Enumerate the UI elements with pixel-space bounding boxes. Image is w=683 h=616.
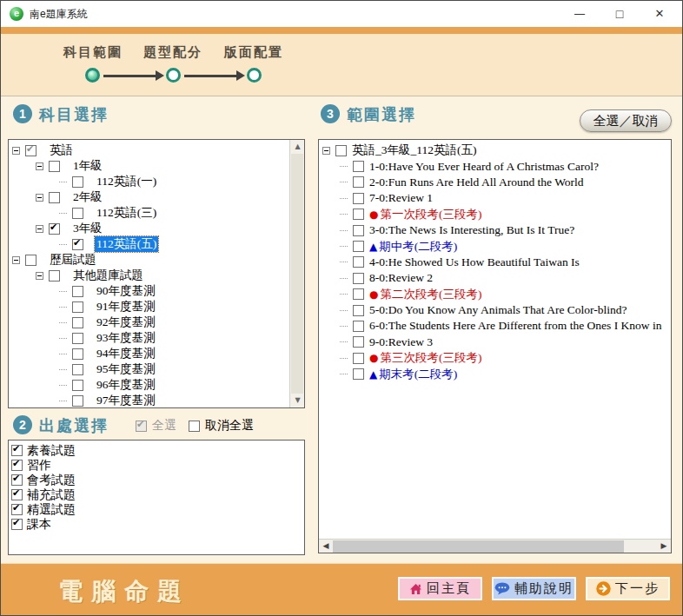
tree-item[interactable]: 96年度基測 [9,377,289,393]
checkbox[interactable] [49,192,60,203]
tree-item[interactable]: 112英語(一) [9,174,289,189]
collapse-icon[interactable] [322,147,330,155]
help-button[interactable]: 輔助說明 [492,577,576,600]
tree-item[interactable]: 3年級 [9,221,289,236]
tree-item[interactable]: 91年度基測 [9,299,289,315]
checkbox[interactable] [353,225,364,236]
checkbox[interactable] [11,460,23,471]
checkbox[interactable] [353,353,364,364]
list-item[interactable]: 習作 [11,458,304,473]
scroll-up-icon[interactable] [290,140,305,154]
tree-item[interactable]: 4-0:He Showed Us How Beautiful Taiwan Is [319,255,671,270]
checkbox[interactable] [72,286,83,297]
tree-item[interactable]: 1年級 [9,158,289,174]
checkbox[interactable] [353,368,364,380]
checkbox[interactable] [72,395,83,407]
checkbox[interactable] [11,504,23,515]
collapse-icon[interactable] [36,272,43,280]
tree-item[interactable]: 9-0:Review 3 [319,334,671,350]
tree-item[interactable]: 3-0:The News Is Interesting, But Is It T… [319,222,671,238]
list-item[interactable]: 課本 [11,517,304,532]
tree-item[interactable]: 1-0:Have You Ever Heard of A Christmas C… [319,158,671,174]
scroll-left-icon[interactable] [319,540,333,553]
tree-item[interactable]: ●第一次段考(三段考) [319,207,671,222]
checkbox[interactable] [11,474,23,486]
list-item[interactable]: 精選試題 [11,502,304,517]
toggle-all-button[interactable]: 全選／取消 [580,109,672,132]
list-item[interactable]: 補充試題 [11,487,304,502]
tree-item[interactable]: ●第三次段考(三段考) [319,350,671,366]
checkbox[interactable] [49,161,60,172]
tree-item[interactable]: 112英語(五) [9,236,289,252]
scrollbar-thumb[interactable] [291,154,303,394]
tree-item[interactable]: 歷屆試題 [9,252,289,268]
tree-item[interactable]: 93年度基測 [9,330,289,346]
checkbox[interactable] [49,270,60,282]
tree-item[interactable]: 英語_3年級_112英語(五) [319,142,671,158]
checkbox[interactable] [11,519,23,530]
checkbox[interactable] [72,333,83,344]
checkbox[interactable] [49,223,60,235]
vertical-scrollbar[interactable] [289,140,304,407]
scroll-right-icon[interactable] [657,540,671,553]
next-step-button[interactable]: 下一步 [586,577,670,600]
checkbox[interactable] [25,145,36,156]
checkbox[interactable] [72,208,83,219]
checkbox[interactable] [11,445,23,456]
tree-item[interactable]: 94年度基測 [9,346,289,361]
deselect-all-checkbox[interactable]: 取消全選 [189,418,254,434]
checkbox[interactable] [353,305,364,316]
checkbox[interactable] [72,364,83,375]
checkbox[interactable] [353,241,364,252]
checkbox[interactable] [353,193,364,204]
checkbox[interactable] [72,176,83,188]
checkbox[interactable] [72,348,83,360]
list-item[interactable]: 素養試題 [11,443,304,458]
checkbox[interactable] [353,273,364,284]
tree-item[interactable]: 7-0:Review 1 [319,190,671,206]
checkbox[interactable] [72,380,83,391]
tree-item[interactable]: 92年度基測 [9,315,289,330]
select-all-checkbox[interactable]: 全選 [136,418,176,434]
collapse-icon[interactable] [36,162,43,170]
checkbox[interactable] [11,489,23,500]
checkbox[interactable] [353,321,364,332]
tree-item[interactable]: 英語 [9,142,289,158]
checkbox[interactable] [353,176,364,188]
checkbox[interactable] [353,336,364,348]
maximize-button[interactable]: □ [604,1,635,27]
checkbox[interactable] [72,317,83,328]
checkbox[interactable] [72,301,83,313]
tree-item[interactable]: ▲期末考(二段考) [319,366,671,381]
checkbox[interactable] [72,239,83,250]
close-button[interactable]: ✕ [644,1,675,27]
tree-item[interactable]: 5-0:Do You Know Any Animals That Are Col… [319,302,671,318]
step-circle-1[interactable] [85,68,100,83]
collapse-icon[interactable] [36,194,43,202]
collapse-icon[interactable] [36,225,43,233]
tree-item[interactable]: 其他題庫試題 [9,268,289,283]
checkbox[interactable] [353,161,364,172]
tree-item[interactable]: 95年度基測 [9,361,289,377]
checkbox[interactable] [353,256,364,268]
checkbox[interactable] [353,288,364,300]
checkbox[interactable] [353,209,364,220]
tree-item[interactable]: 2年級 [9,189,289,205]
minimize-button[interactable]: — [564,1,595,27]
step-circle-2[interactable] [166,68,181,83]
collapse-icon[interactable] [12,256,20,264]
tree-item[interactable]: 112英語(三) [9,205,289,221]
scroll-down-icon[interactable] [290,394,305,407]
checkbox[interactable] [25,255,36,266]
list-item[interactable]: 會考試題 [11,473,304,487]
tree-item[interactable]: 90年度基測 [9,283,289,299]
checkbox[interactable] [335,145,347,156]
checkbox[interactable] [136,421,147,432]
scrollbar-thumb[interactable] [333,540,624,553]
tree-item[interactable]: 8-0:Review 2 [319,270,671,286]
tree-item[interactable]: 2-0:Fun Runs Are Held All Around the Wor… [319,175,671,190]
checkbox[interactable] [189,421,200,432]
tree-item[interactable]: 6-0:The Students Here Are Different from… [319,318,671,334]
tree-item[interactable]: ●第二次段考(三段考) [319,287,671,302]
tree-item[interactable]: ▲期中考(二段考) [319,238,671,254]
